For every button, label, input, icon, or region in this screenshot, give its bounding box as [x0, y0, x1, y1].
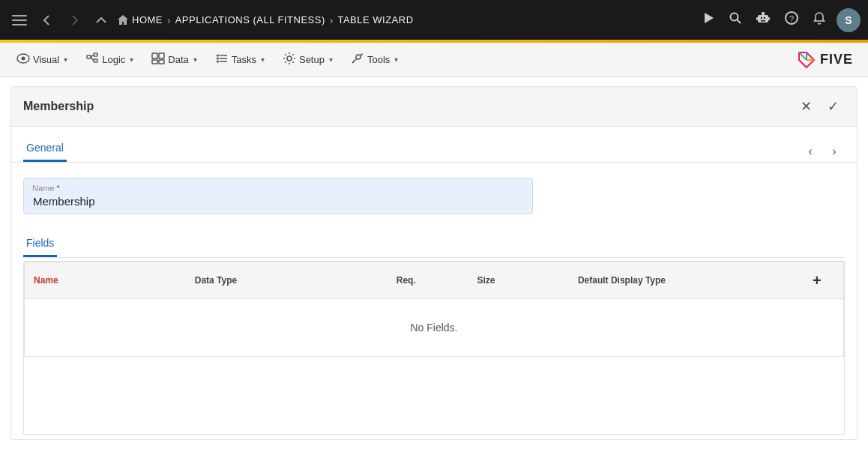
- breadcrumb: HOME: [117, 14, 163, 26]
- top-nav: HOME › APPLICATIONS (ALL FITNESS) › TABL…: [0, 0, 868, 40]
- no-fields-row: No Fields.: [25, 299, 844, 357]
- tools-icon: [351, 52, 364, 67]
- confirm-button[interactable]: ✓: [821, 94, 845, 118]
- toolbar: Visual ▾ Logic ▾ Data ▾: [0, 43, 868, 77]
- data-icon: [151, 52, 165, 67]
- fields-table-body: No Fields.: [25, 299, 844, 357]
- svg-line-35: [799, 52, 807, 60]
- tab-fields[interactable]: Fields: [23, 229, 57, 257]
- search-button[interactable]: [726, 8, 745, 31]
- svg-rect-24: [152, 60, 157, 64]
- breadcrumb-applications[interactable]: APPLICATIONS (ALL FITNESS): [175, 14, 325, 25]
- name-field-wrapper: Name *: [23, 178, 533, 214]
- no-fields-text: No Fields.: [25, 299, 844, 357]
- toolbar-item-setup[interactable]: Setup ▾: [275, 47, 340, 73]
- panel: Membership ✕ ✓ General ‹ › Name *: [10, 86, 858, 440]
- fields-table-wrapper: Name Data Type Req. Size Default Display…: [23, 261, 845, 435]
- logic-arrow: ▾: [130, 55, 133, 64]
- tab-general[interactable]: General: [23, 127, 67, 162]
- menu-icon[interactable]: [7, 10, 31, 31]
- data-arrow: ▾: [193, 55, 197, 64]
- toolbar-item-tools[interactable]: Tools ▾: [343, 48, 406, 72]
- name-label: Name *: [32, 184, 60, 193]
- visual-icon: [16, 53, 30, 67]
- svg-rect-8: [764, 17, 765, 19]
- panel-header: Membership ✕ ✓: [11, 87, 857, 127]
- toolbar-item-tasks[interactable]: Tasks ▾: [208, 48, 272, 72]
- tab-next-button[interactable]: ›: [824, 141, 845, 162]
- tab-prev-button[interactable]: ‹: [800, 141, 821, 162]
- svg-rect-1: [12, 19, 27, 21]
- col-header-size: Size: [468, 262, 569, 299]
- back-button[interactable]: [36, 10, 58, 30]
- svg-line-5: [738, 20, 741, 24]
- setup-arrow: ▾: [329, 55, 333, 64]
- tab-navigation: ‹ ›: [800, 141, 845, 162]
- svg-text:?: ?: [789, 14, 794, 23]
- toolbar-item-logic[interactable]: Logic ▾: [78, 48, 141, 72]
- help-button[interactable]: ?: [781, 7, 802, 32]
- setup-icon: [283, 52, 296, 68]
- svg-rect-2: [12, 24, 27, 25]
- svg-rect-18: [94, 53, 97, 56]
- tasks-arrow: ▾: [261, 55, 265, 64]
- svg-marker-3: [705, 13, 714, 23]
- visual-arrow: ▾: [64, 55, 67, 64]
- data-label: Data: [168, 54, 188, 65]
- col-header-add: +: [791, 262, 844, 299]
- add-field-button[interactable]: +: [807, 270, 828, 291]
- svg-line-21: [91, 57, 94, 61]
- home-label[interactable]: HOME: [132, 14, 163, 25]
- five-logo-icon: [796, 49, 817, 70]
- setup-label: Setup: [299, 54, 325, 65]
- name-input[interactable]: [23, 178, 533, 214]
- svg-point-4: [731, 13, 738, 21]
- breadcrumb-separator-2: ›: [330, 14, 334, 26]
- svg-line-33: [352, 61, 355, 63]
- notification-button[interactable]: [810, 8, 829, 31]
- tools-label: Tools: [367, 54, 390, 65]
- form-section: Name *: [11, 163, 857, 222]
- fields-table: Name Data Type Req. Size Default Display…: [24, 262, 844, 357]
- svg-rect-7: [761, 17, 762, 19]
- forward-button[interactable]: [63, 10, 85, 30]
- bot-button[interactable]: [753, 7, 774, 32]
- toolbar-item-visual[interactable]: Visual ▾: [9, 49, 75, 71]
- svg-rect-9: [762, 12, 765, 15]
- five-logo: FIVE: [796, 49, 859, 70]
- svg-point-29: [287, 56, 292, 61]
- home-icon: [117, 14, 129, 26]
- up-button[interactable]: [90, 10, 112, 30]
- svg-rect-12: [761, 20, 765, 22]
- fields-tab: Fields: [23, 229, 845, 258]
- breadcrumb-separator-1: ›: [167, 14, 171, 26]
- svg-point-16: [22, 56, 25, 60]
- logic-label: Logic: [102, 54, 125, 65]
- svg-rect-11: [768, 17, 770, 20]
- svg-rect-19: [94, 59, 97, 62]
- toolbar-item-data[interactable]: Data ▾: [144, 48, 204, 72]
- col-header-display: Default Display Type: [569, 262, 791, 299]
- svg-rect-23: [159, 53, 164, 58]
- svg-line-32: [360, 54, 363, 55]
- svg-rect-22: [152, 53, 157, 58]
- col-header-datatype: Data Type: [186, 262, 388, 299]
- fields-section: Fields Name Data Type Req. Size Default …: [11, 222, 857, 435]
- svg-rect-17: [87, 55, 91, 58]
- panel-tabs: General ‹ ›: [11, 127, 857, 163]
- tasks-icon: [215, 52, 229, 67]
- col-header-name: Name: [25, 262, 186, 299]
- col-header-req: Req.: [388, 262, 468, 299]
- main-content: Membership ✕ ✓ General ‹ › Name *: [0, 77, 868, 449]
- avatar[interactable]: S: [837, 8, 861, 32]
- visual-label: Visual: [33, 54, 59, 65]
- logic-icon: [85, 52, 99, 67]
- close-button[interactable]: ✕: [794, 94, 818, 118]
- svg-rect-10: [756, 17, 758, 20]
- five-logo-text: FIVE: [820, 52, 853, 67]
- play-button[interactable]: [699, 8, 718, 31]
- panel-title: Membership: [23, 100, 94, 113]
- tools-arrow: ▾: [394, 55, 398, 64]
- breadcrumb-table-wizard: TABLE WIZARD: [337, 14, 413, 25]
- svg-rect-0: [12, 15, 27, 16]
